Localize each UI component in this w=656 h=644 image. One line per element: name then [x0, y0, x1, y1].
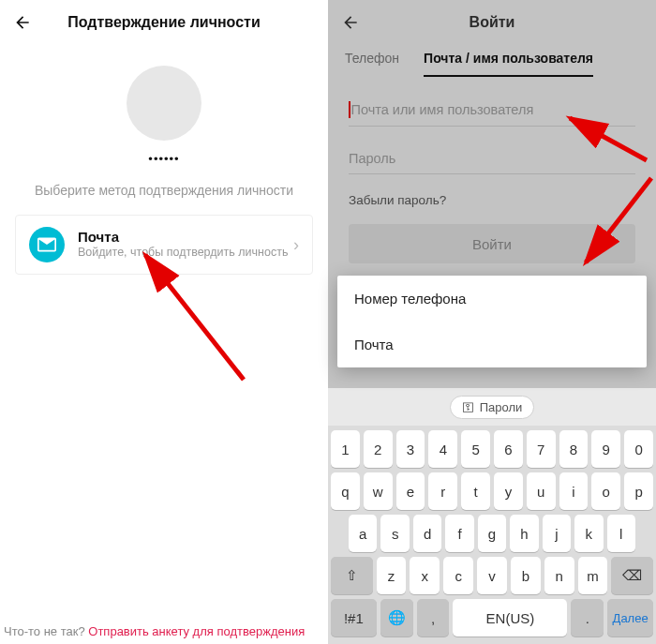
identity-panel: Подтверждение личности •••••• Выберите м…: [0, 0, 328, 644]
key-m[interactable]: m: [578, 557, 608, 594]
key-8[interactable]: 8: [559, 430, 589, 468]
key-1[interactable]: 1: [331, 430, 360, 468]
key-2[interactable]: 2: [364, 430, 393, 468]
key-space[interactable]: EN(US): [453, 599, 567, 637]
left-title: Подтверждение личности: [0, 14, 328, 31]
right-header: Войти: [328, 0, 656, 45]
key-0[interactable]: 0: [624, 430, 653, 468]
method-subtitle: Войдите, чтобы подтвердить личность: [78, 245, 293, 260]
key-shift[interactable]: ⇧: [331, 557, 373, 594]
key-globe[interactable]: 🌐: [380, 599, 413, 637]
key-b[interactable]: b: [511, 557, 541, 594]
avatar-placeholder: [127, 66, 201, 141]
method-text: Почта Войдите, чтобы подтвердить личност…: [78, 229, 293, 260]
key-w[interactable]: w: [364, 472, 393, 510]
key-3[interactable]: 3: [396, 430, 425, 468]
key-x[interactable]: x: [410, 557, 440, 594]
key-j[interactable]: j: [543, 515, 571, 552]
autofill-popup: Номер телефона Почта: [337, 276, 647, 367]
choose-method-label: Выберите метод подтверждения личности: [0, 183, 328, 198]
tab-email[interactable]: Почта / имя пользователя: [424, 51, 593, 77]
key-5[interactable]: 5: [461, 430, 490, 468]
key-s[interactable]: s: [380, 515, 409, 552]
login-panel: Войти Телефон Почта / имя пользователя П…: [328, 0, 656, 644]
key-h[interactable]: h: [510, 515, 538, 552]
masked-name: ••••••: [0, 152, 328, 166]
key-comma[interactable]: ,: [417, 599, 450, 637]
keyboard-area: ⚿ Пароли 1234567890 qwertyuiop asdfghjkl…: [328, 388, 656, 644]
key-e[interactable]: e: [396, 472, 425, 510]
key-n[interactable]: n: [544, 557, 574, 594]
key-4[interactable]: 4: [428, 430, 457, 468]
key-f[interactable]: f: [445, 515, 473, 552]
login-tabs: Телефон Почта / имя пользователя: [328, 51, 656, 77]
key-d[interactable]: d: [413, 515, 441, 552]
key-icon: ⚿: [462, 400, 474, 414]
key-o[interactable]: o: [591, 472, 620, 510]
keyboard: 1234567890 qwertyuiop asdfghjkl ⇧zxcvbnm…: [328, 426, 656, 644]
footer: Что-то не так? Отправить анкету для подт…: [0, 624, 328, 638]
password-placeholder: Пароль: [349, 151, 395, 166]
login-button[interactable]: Войти: [349, 224, 635, 263]
method-title: Почта: [78, 229, 293, 245]
key-z[interactable]: z: [377, 557, 407, 594]
key-k[interactable]: k: [574, 515, 603, 552]
email-placeholder: Почта или имя пользователя: [351, 102, 534, 117]
popup-item-phone[interactable]: Номер телефона: [337, 276, 647, 322]
key-q[interactable]: q: [331, 472, 360, 510]
mail-icon: [29, 227, 65, 262]
key-t[interactable]: t: [461, 472, 490, 510]
key-v[interactable]: v: [477, 557, 507, 594]
forgot-password-link[interactable]: Забыли пароль?: [349, 193, 635, 207]
key-i[interactable]: i: [559, 472, 589, 510]
key-p[interactable]: p: [624, 472, 653, 510]
text-cursor: [349, 101, 350, 118]
email-field[interactable]: Почта или имя пользователя: [349, 101, 635, 127]
key-symbols[interactable]: !#1: [331, 599, 377, 637]
key-y[interactable]: y: [494, 472, 523, 510]
right-title: Войти: [328, 14, 656, 31]
left-header: Подтверждение личности: [0, 0, 328, 45]
key-g[interactable]: g: [478, 515, 506, 552]
key-7[interactable]: 7: [527, 430, 556, 468]
footer-link[interactable]: Отправить анкету для подтверждения: [88, 624, 305, 638]
key-a[interactable]: a: [349, 515, 377, 552]
key-dot[interactable]: .: [571, 599, 604, 637]
password-field[interactable]: Пароль: [349, 151, 635, 174]
key-l[interactable]: l: [607, 515, 635, 552]
chip-label: Пароли: [480, 400, 523, 414]
key-9[interactable]: 9: [591, 430, 620, 468]
popup-item-email[interactable]: Почта: [337, 322, 647, 367]
key-r[interactable]: r: [428, 472, 457, 510]
key-6[interactable]: 6: [494, 430, 523, 468]
key-u[interactable]: u: [527, 472, 556, 510]
tab-phone[interactable]: Телефон: [345, 51, 399, 77]
chevron-right-icon: ›: [293, 235, 299, 255]
footer-question: Что-то не так?: [4, 624, 85, 638]
key-c[interactable]: c: [443, 557, 473, 594]
passwords-chip[interactable]: ⚿ Пароли: [450, 396, 535, 419]
key-backspace[interactable]: ⌫: [611, 557, 653, 594]
method-email-card[interactable]: Почта Войдите, чтобы подтвердить личност…: [15, 215, 313, 275]
key-next[interactable]: Далее: [607, 599, 653, 637]
suggestion-bar: ⚿ Пароли: [328, 388, 656, 426]
